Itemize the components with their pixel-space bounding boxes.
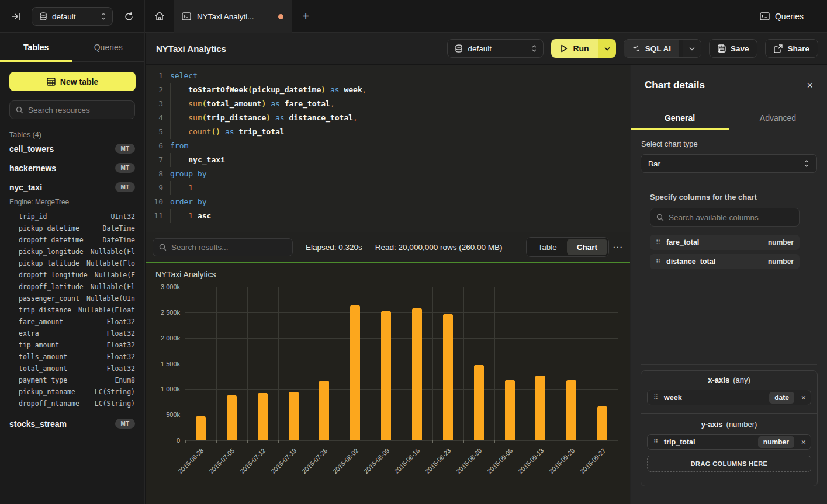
line-number: 6 [146,139,163,153]
remove-icon[interactable]: × [801,437,806,447]
code-line[interactable]: 111 asc [146,209,630,223]
column-type: DateTime [103,224,135,232]
sidebar-tab-queries[interactable]: Queries [72,33,145,61]
new-table-button[interactable]: New table [9,72,136,91]
run-database-selector[interactable]: default [447,39,544,58]
code-line[interactable]: 6from [146,139,630,153]
new-tab-button[interactable]: + [292,0,320,33]
updown-chevron-icon [804,159,809,168]
column-row: trip_distanceNullable(Float [0,304,144,316]
drag-handle-icon[interactable]: ⠿ [653,439,658,445]
chart-plot[interactable] [185,287,617,440]
drag-handle-icon[interactable]: ⠿ [653,394,658,401]
chart-title: NYTaxi Analytics [155,270,216,279]
y-tick-label: 2 500k [146,309,180,316]
table-item-cell-towers[interactable]: cell_towers MT [0,139,144,158]
axis-column-row[interactable]: ⠿weekdate× [647,390,811,405]
panel-tabs: General Advanced [631,106,827,130]
axis-tick [587,440,587,443]
table-name: cell_towers [9,144,54,154]
toggle-chart[interactable]: Chart [567,239,607,255]
toggle-table[interactable]: Table [528,239,566,255]
table-item-hackernews[interactable]: hackernews MT [0,158,144,178]
code-line[interactable]: 7nyc_taxi [146,153,630,167]
gridline [463,287,464,440]
drag-handle-icon[interactable]: ⠿ [656,259,660,265]
column-name: distance_total [666,258,762,266]
code-line[interactable]: 2toStartOfWeek(pickup_datetime) as week, [146,83,630,97]
code-text: group by [170,167,207,181]
column-type: Float32 [107,329,135,338]
code-line[interactable]: 91 [146,181,630,195]
chart-bar [227,395,237,440]
column-row: total_amountFloat32 [0,363,144,374]
column-type: Float32 [107,318,135,326]
sql-ai-button[interactable]: SQL AI [624,40,679,57]
y-tick-label: 3 000k [146,283,180,290]
results-search-input[interactable] [171,243,286,252]
available-column-row[interactable]: ⠿fare_totalnumber [650,235,800,250]
sql-editor[interactable]: 1select2toStartOfWeek(pickup_datetime) a… [146,65,630,232]
database-icon [455,44,463,53]
column-row: payment_typeEnum8 [0,374,144,386]
chart-bar [258,393,268,440]
queries-shortcut[interactable]: Queries [760,0,804,33]
results-search [153,238,293,256]
available-column-row[interactable]: ⠿distance_totalnumber [650,254,800,269]
tab-general[interactable]: General [631,106,729,130]
unsaved-indicator-dot [278,14,283,19]
code-line[interactable]: 3sum(total_amount) as fare_total, [146,97,630,111]
engine-badge: MT [115,419,135,429]
column-type: DateTime [103,236,135,244]
drag-handle-icon[interactable]: ⠿ [656,239,660,246]
line-number: 3 [146,97,163,111]
run-options-button[interactable] [598,39,616,58]
share-button[interactable]: Share [765,39,818,58]
close-icon[interactable]: × [807,79,813,92]
collapse-sidebar-icon[interactable] [8,9,23,24]
tab-nytaxi-analytics[interactable]: NYTaxi Analyti... [174,0,292,33]
code-text: nyc_taxi [170,153,225,167]
refresh-icon[interactable] [121,9,136,24]
tab-advanced[interactable]: Advanced [729,106,827,130]
query-toolbar: NYTaxi Analytics default Run [146,33,827,64]
sql-ai-label: SQL AI [645,44,671,53]
chart-type-select[interactable]: Bar [641,154,817,173]
column-type: LC(String) [95,388,135,396]
sidebar-tab-tables[interactable]: Tables [0,33,72,61]
chart-container: NYTaxi Analytics 3 000k2 500k2 000k1 500… [146,263,630,504]
axis-config-box: x-axis(any) ⠿weekdate× y-axis(number) ⠿t… [641,370,818,486]
code-line[interactable]: 8group by [146,167,630,181]
column-type: Float32 [107,364,135,373]
code-text: from [170,139,188,153]
save-button[interactable]: Save [709,39,758,58]
columns-search-input[interactable] [669,213,793,222]
column-row: pickup_ntanameLC(String) [0,386,144,398]
axis-column-row[interactable]: ⠿trip_totalnumber× [647,434,811,450]
code-line[interactable]: 4sum(trip_distance) as distance_total, [146,111,630,125]
sidebar-tabs: Tables Queries [0,33,144,62]
table-item-nyc-taxi[interactable]: nyc_taxi MT [0,178,144,197]
line-number: 11 [146,209,163,223]
column-name: payment_type [19,376,67,384]
tab-strip: NYTaxi Analyti... + [146,0,827,33]
sidebar-search-input[interactable] [28,106,129,114]
code-line[interactable]: 5count() as trip_total [146,125,630,139]
share-label: Share [787,44,809,53]
database-selector[interactable]: default [32,7,113,26]
remove-icon[interactable]: × [801,393,806,402]
column-name: pickup_datetime [19,224,79,232]
column-type: Nullable(Fl [91,248,135,256]
sql-ai-options-button[interactable] [683,40,701,57]
code-line[interactable]: 1select [146,69,630,83]
code-line[interactable]: 10order by [146,195,630,209]
run-button[interactable]: Run [551,39,598,58]
axis-tick [185,440,186,443]
column-row: tip_amountFloat32 [0,339,144,351]
chart-bar [443,314,453,440]
elapsed-stat: Elapsed: 0.320s [306,243,362,252]
home-icon[interactable] [146,0,174,33]
table-item-stocks-stream[interactable]: stocks_stream MT [0,414,144,433]
more-options-icon[interactable]: ⋯ [613,241,623,253]
drop-zone[interactable]: DRAG COLUMNS HERE [647,456,811,472]
